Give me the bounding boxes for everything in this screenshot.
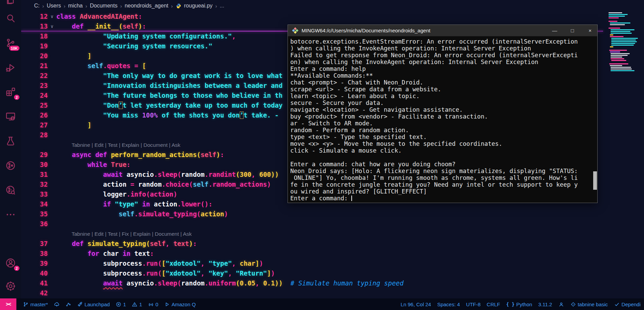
code-text: action = random.choice(self.random_actio… <box>56 180 271 189</box>
fold-chevron-icon[interactable]: ∨ <box>48 21 56 31</box>
status-item-python[interactable]: { }Python <box>506 301 532 307</box>
code-line-35[interactable]: 35 self.simulate_typing(action) <box>21 209 644 219</box>
status-item-master[interactable]: master* <box>23 301 48 307</box>
minimize-button-icon[interactable]: — <box>552 28 558 33</box>
code-line-40[interactable]: 40 subprocess.run(["xdotool", "key", "Re… <box>21 268 644 278</box>
maximize-button-icon[interactable]: □ <box>569 28 575 33</box>
line-number[interactable]: 22 <box>21 71 48 81</box>
line-number[interactable]: 18 <box>21 31 48 41</box>
remote-indicator[interactable]: >< <box>0 298 16 310</box>
status-item-1[interactable]: 1 <box>116 301 126 307</box>
status-item-amazon-q[interactable]: Amazon Q <box>164 301 196 307</box>
code-text: "Don’t let yesterday take up too much of… <box>56 100 283 110</box>
line-number[interactable]: 30 <box>21 160 48 170</box>
minimap-row <box>610 51 620 52</box>
status-item-ln-96-col-24[interactable]: Ln 96, Col 24 <box>400 301 431 307</box>
terminal-prompt-line[interactable]: Enter a command: <box>290 195 597 202</box>
fold-gutter <box>48 71 56 81</box>
code-line-39[interactable]: 39 subprocess.run(["xdotool", "type", ch… <box>21 259 644 268</box>
line-number[interactable]: 33 <box>21 189 48 199</box>
mintty-terminal-window[interactable]: MINGW64:/c/Users/micha/Documents/neondro… <box>288 25 598 203</box>
status-item-commit-graph-icon[interactable] <box>65 301 71 307</box>
line-number[interactable]: 36 <box>21 219 48 229</box>
breadcrumb-symbol-path[interactable]: ... <box>220 3 224 9</box>
line-number[interactable]: 29 <box>21 150 48 160</box>
code-text: "Securing system resources." <box>56 41 213 51</box>
status-item-launchpad[interactable]: Launchpad <box>77 301 110 307</box>
code-line-42[interactable]: 42 <box>21 288 644 298</box>
line-number[interactable]: 25 <box>21 100 48 110</box>
line-number[interactable]: 32 <box>21 180 48 189</box>
account-icon[interactable]: 2 <box>5 258 16 268</box>
codelens-actions[interactable]: Tabnine | Edit | Test | Fix | Explain | … <box>72 229 644 239</box>
breadcrumb-item-users[interactable]: Users <box>47 3 61 9</box>
breadcrumb[interactable]: C:›Users›micha›Documents›neondroids_agen… <box>21 0 644 12</box>
gitlens-icon[interactable] <box>5 160 16 171</box>
breadcrumb-item-documents[interactable]: Documents <box>90 3 117 9</box>
breadcrumb-filename[interactable]: rougueai.py <box>184 3 213 9</box>
line-number[interactable]: 41 <box>21 278 48 288</box>
line-number[interactable]: 37 <box>21 239 48 249</box>
minimap[interactable] <box>609 12 641 72</box>
line-number[interactable]: 12 <box>21 12 48 21</box>
more-icon[interactable] <box>5 209 16 220</box>
code-text: "The only way to do great work is to lov… <box>56 71 282 81</box>
code-line-12[interactable]: 12∨class AdvancedAIAgent: <box>21 12 644 21</box>
line-number[interactable]: 28 <box>21 130 48 140</box>
status-label: UTF-8 <box>466 301 481 307</box>
line-number[interactable]: 19 <box>21 41 48 51</box>
line-number[interactable]: 13 <box>21 21 48 31</box>
line-number[interactable]: 21 <box>21 61 48 71</box>
line-number[interactable]: 31 <box>21 170 48 180</box>
search-icon[interactable] <box>5 13 16 24</box>
line-number[interactable]: 40 <box>21 268 48 278</box>
line-number[interactable]: 20 <box>21 51 48 61</box>
status-item-tabnine-basic[interactable]: tabnine basic <box>570 301 608 307</box>
files-icon[interactable]: 1 <box>5 0 16 5</box>
gitlens-inspect-icon[interactable] <box>5 185 16 196</box>
status-item-1[interactable]: 1 <box>132 301 142 307</box>
terminal-line: ONLINE"] Yo, choomba! I'm running smooth… <box>290 174 597 181</box>
breadcrumb-item-micha[interactable]: micha <box>68 3 83 9</box>
line-number[interactable]: 42 <box>21 288 48 298</box>
status-item-utf-8[interactable]: UTF-8 <box>466 301 481 307</box>
status-item-spaces-4[interactable]: Spaces: 4 <box>437 301 460 307</box>
line-number[interactable]: 24 <box>21 91 48 100</box>
code-text: ] <box>56 51 91 61</box>
code-line-36[interactable]: 36 <box>21 219 644 229</box>
status-item-dependi[interactable]: Dependi <box>614 301 641 307</box>
line-number[interactable]: 38 <box>21 249 48 259</box>
code-line-37[interactable]: 37 def simulate_typing(self, text): <box>21 239 644 249</box>
line-number[interactable]: 27 <box>21 120 48 130</box>
status-label: Dependi <box>621 301 641 307</box>
code-text: class AdvancedAIAgent: <box>56 12 142 21</box>
remote-explorer-icon[interactable] <box>5 111 16 122</box>
status-item-crlf[interactable]: CRLF <box>487 301 500 307</box>
terminal-titlebar[interactable]: MINGW64:/c/Users/micha/Documents/neondro… <box>288 25 597 36</box>
status-item-person-icon[interactable] <box>558 301 564 307</box>
code-line-41[interactable]: 41 await asyncio.sleep(random.uniform(0.… <box>21 278 644 288</box>
line-number[interactable]: 23 <box>21 81 48 91</box>
extensions-icon[interactable]: 2 <box>5 87 16 97</box>
line-number[interactable]: 26 <box>21 110 48 120</box>
msys2-logo-icon <box>292 27 298 34</box>
status-item-3-11-2[interactable]: 3.11.2 <box>538 301 552 307</box>
status-item-cloud-upload-icon[interactable] <box>54 301 60 307</box>
settings-gear-icon[interactable] <box>5 281 16 292</box>
fold-gutter <box>48 41 56 51</box>
source-control-icon[interactable]: 10K <box>5 37 16 48</box>
terminal-scrollbar-thumb[interactable] <box>593 171 597 190</box>
run-debug-icon[interactable] <box>5 62 16 73</box>
breadcrumb-item-neondroids-agent[interactable]: neondroids_agent <box>125 3 168 9</box>
fold-chevron-icon[interactable]: ∨ <box>48 12 56 21</box>
terminal-output[interactable]: botocore.exceptions.EventStreamError: An… <box>288 36 597 202</box>
code-line-38[interactable]: 38 for char in text: <box>21 249 644 259</box>
status-item-0[interactable]: 0 <box>148 301 158 307</box>
close-button-icon[interactable]: × <box>587 28 593 33</box>
code-text: "You miss 100% of the shots you don’t ta… <box>56 110 283 120</box>
line-number[interactable]: 35 <box>21 209 48 219</box>
testing-icon[interactable] <box>5 136 16 146</box>
breadcrumb-item-c[interactable]: C: <box>34 3 40 9</box>
line-number[interactable]: 34 <box>21 199 48 209</box>
line-number[interactable]: 39 <box>21 259 48 268</box>
